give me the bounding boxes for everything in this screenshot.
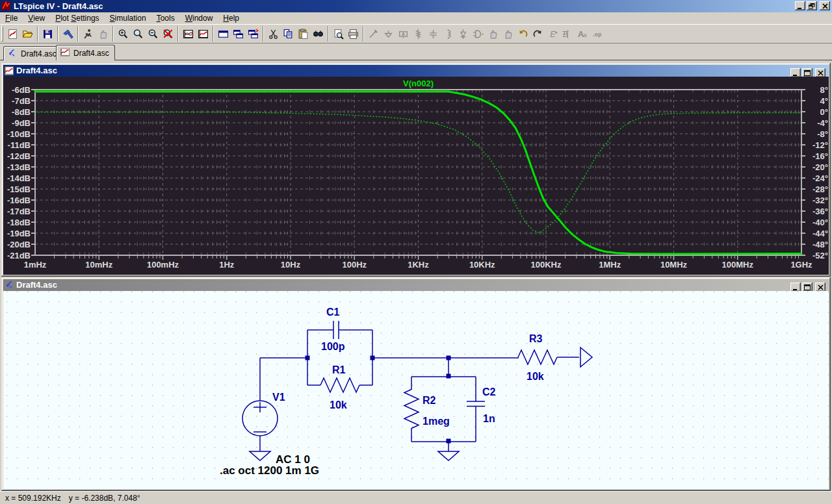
open-folder-button[interactable]: [20, 26, 35, 42]
sch-close-button[interactable]: [815, 283, 826, 291]
find-button[interactable]: [311, 26, 326, 42]
wave-minimize-button[interactable]: [790, 68, 801, 77]
svg-text:-7dB: -7dB: [12, 96, 31, 106]
copy-button[interactable]: [281, 26, 296, 42]
zoom-out-button[interactable]: [146, 26, 161, 42]
schematic-window: Draft4.asc C1100pR110kV1R21megC21nR310kA…: [1, 277, 831, 491]
drag-hand-button[interactable]: [500, 26, 515, 42]
control-panel-hammer-button[interactable]: [60, 26, 75, 42]
mirror-component-button[interactable]: EE: [560, 26, 575, 42]
zoom-full-extents-button[interactable]: [161, 26, 176, 42]
waveform-doc-icon: [60, 48, 70, 58]
tile-vertical-button[interactable]: [216, 26, 231, 42]
toolbar-separator: [263, 26, 264, 42]
tab-schematic[interactable]: Draft4.asc: [3, 46, 62, 60]
move-hand-icon: [488, 29, 499, 40]
place-ground-button[interactable]: [381, 26, 396, 42]
place-text-button[interactable]: Aa: [575, 26, 590, 42]
run-simulation-button[interactable]: [81, 26, 96, 42]
svg-text:R3: R3: [529, 333, 543, 344]
menu-simulation[interactable]: Simulation: [105, 12, 151, 25]
rotate-component-button[interactable]: E: [545, 26, 560, 42]
print-button[interactable]: [346, 26, 361, 42]
draw-wire-button[interactable]: [366, 26, 381, 42]
move-hand-button[interactable]: [486, 26, 500, 42]
tile-horizontal-button[interactable]: [231, 26, 246, 42]
cascade-windows-icon: [248, 29, 259, 40]
sch-minimize-button[interactable]: [790, 283, 801, 291]
toolbar: AEEEAa.op: [0, 24, 832, 44]
cut-button[interactable]: [266, 26, 281, 42]
svg-text:C2: C2: [482, 386, 496, 397]
menu-view[interactable]: View: [23, 12, 50, 25]
paste-button[interactable]: [296, 26, 311, 42]
app-icon: [1, 1, 12, 11]
zoom-in-icon: [118, 29, 129, 40]
svg-text:V(n002): V(n002): [403, 79, 434, 88]
waveform-doc-icon: [4, 66, 14, 76]
new-schematic-button[interactable]: [5, 26, 20, 42]
halt-hand-button[interactable]: [96, 26, 110, 42]
close-button[interactable]: [820, 1, 830, 10]
open-folder-icon: [22, 29, 33, 40]
print-preview-button[interactable]: [331, 26, 346, 42]
menu-help[interactable]: Help: [218, 12, 244, 25]
place-diode-button[interactable]: [456, 26, 471, 42]
svg-text:-16°: -16°: [812, 151, 828, 161]
place-label-icon: A: [398, 29, 409, 40]
new-schematic-icon: [7, 29, 18, 40]
undo-button[interactable]: [515, 26, 530, 42]
menu-window[interactable]: Window: [180, 12, 218, 25]
plot-settings-button[interactable]: [196, 26, 211, 42]
svg-text:-20dB: -20dB: [7, 240, 31, 249]
restore-button[interactable]: [807, 1, 817, 10]
menu-file[interactable]: File: [0, 12, 23, 25]
svg-text:1n: 1n: [483, 413, 495, 424]
redo-button[interactable]: [530, 26, 545, 42]
minimize-button[interactable]: [795, 1, 805, 10]
place-resistor-button[interactable]: [411, 26, 426, 42]
halt-hand-icon: [98, 29, 109, 40]
svg-text:.ac oct 1200 1m 1G: .ac oct 1200 1m 1G: [220, 464, 319, 477]
schematic-window-titlebar[interactable]: Draft4.asc: [3, 279, 829, 291]
svg-text:V1: V1: [272, 392, 285, 403]
svg-text:1Hz: 1Hz: [219, 260, 235, 270]
place-component-button[interactable]: [471, 26, 486, 42]
svg-text:-20°: -20°: [812, 162, 828, 172]
place-capacitor-button[interactable]: [426, 26, 441, 42]
save-button[interactable]: [40, 26, 55, 42]
waveform-plot-area[interactable]: -6dB-7dB-8dB-9dB-10dB-11dB-12dB-13dB-14d…: [3, 77, 829, 275]
svg-text:10mHz: 10mHz: [85, 260, 112, 270]
svg-text:C1: C1: [326, 307, 340, 318]
menu-plot-settings[interactable]: Plot Settings: [50, 12, 104, 25]
zoom-area-button[interactable]: [131, 26, 146, 42]
zoom-in-button[interactable]: [116, 26, 131, 42]
toolbar-separator: [363, 26, 364, 42]
bode-plot[interactable]: -6dB-7dB-8dB-9dB-10dB-11dB-12dB-13dB-14d…: [3, 78, 829, 274]
place-label-button[interactable]: A: [396, 26, 411, 42]
svg-text:10MHz: 10MHz: [660, 260, 688, 270]
cascade-windows-button[interactable]: [246, 26, 261, 42]
sch-maximize-button[interactable]: [802, 283, 812, 291]
svg-text:0°: 0°: [820, 107, 828, 117]
statusbar: x = 509.192KHz y = -6.238dB, 7.048°: [0, 491, 832, 504]
control-panel-hammer-icon: [62, 29, 73, 40]
tab-waveform[interactable]: Draft4.asc: [56, 45, 115, 60]
place-inductor-button[interactable]: [441, 26, 456, 42]
svg-text:A: A: [402, 31, 406, 37]
menu-tools[interactable]: Tools: [151, 12, 180, 25]
menubar: FileViewPlot SettingsSimulationToolsWind…: [0, 12, 832, 24]
autorange-plot-button[interactable]: [181, 26, 196, 42]
spice-directive-button[interactable]: .op: [590, 26, 605, 42]
svg-text:-48°: -48°: [812, 240, 828, 249]
schematic-canvas[interactable]: C1100pR110kV1R21megC21nR310kAC 1 0.ac oc…: [3, 291, 829, 489]
zoom-full-extents-icon: [162, 29, 174, 40]
svg-text:-40°: -40°: [812, 218, 828, 227]
waveform-window-titlebar[interactable]: Draft4.asc: [3, 65, 829, 77]
schematic-doc-icon: [4, 281, 14, 290]
wave-maximize-button[interactable]: [802, 68, 812, 77]
plot-settings-icon: [198, 29, 209, 40]
find-icon: [313, 29, 324, 40]
svg-text:-21dB: -21dB: [7, 251, 31, 260]
wave-close-button[interactable]: [815, 68, 826, 77]
